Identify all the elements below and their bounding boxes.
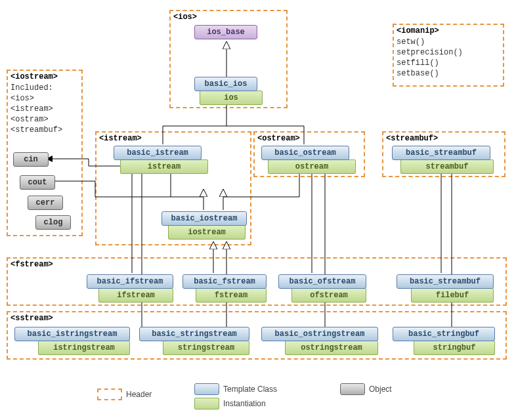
class-basic-stringbuf: basic_stringbuf <box>393 327 495 341</box>
inst-iostream: iostream <box>168 225 246 240</box>
inst-stringstream: stringstream <box>163 341 249 355</box>
iomanip-functions: setw() setprecision() setfill() setbase(… <box>397 37 463 79</box>
inst-ifstream: ifstream <box>98 288 173 303</box>
inst-ofstream: ofstream <box>291 288 366 303</box>
class-basic-fstream: basic_fstream <box>183 274 267 289</box>
class-basic-istream: basic_istream <box>114 146 202 160</box>
class-basic-ofstream: basic_ofstream <box>278 274 366 289</box>
inst-istream: istream <box>120 159 208 174</box>
legend-header: Header <box>97 388 152 400</box>
legend-label: Template Class <box>223 385 277 394</box>
legend-object: Object <box>340 383 392 395</box>
header-title: <fstream> <box>11 260 53 269</box>
class-basic-ios: basic_ios <box>194 77 257 91</box>
class-basic-istringstream: basic_istringstream <box>14 327 130 341</box>
class-basic-ostringstream: basic_ostringstream <box>261 327 378 341</box>
header-title: <iomanip> <box>397 26 439 35</box>
inst-stringbuf: stringbuf <box>414 341 495 355</box>
class-basic-ostream: basic_ostream <box>261 146 349 160</box>
header-title: <streambuf> <box>386 134 438 143</box>
class-basic-stringstream: basic_stringstream <box>139 327 249 341</box>
legend-label: Instantiation <box>223 399 266 408</box>
inst-ios: ios <box>200 91 263 105</box>
header-title: <ostream> <box>257 134 300 143</box>
object-cin: cin <box>13 152 49 167</box>
class-basic-filebuf: basic_streambuf <box>397 274 494 289</box>
inst-streambuf: streambuf <box>400 159 494 174</box>
inst-ostringstream: ostringstream <box>285 341 378 355</box>
class-ios-base: ios_base <box>194 25 257 39</box>
class-basic-streambuf: basic_streambuf <box>392 146 490 160</box>
inst-filebuf: filebuf <box>411 288 494 303</box>
class-basic-ifstream: basic_ifstream <box>87 274 173 289</box>
legend-label: Object <box>369 385 392 394</box>
legend-label: Header <box>126 390 152 399</box>
header-title: <ios> <box>173 12 197 22</box>
header-title: <istream> <box>99 134 142 143</box>
legend-instantiation: Instantiation <box>194 398 266 410</box>
header-title: <iostream> <box>11 72 58 81</box>
object-cout: cout <box>20 175 55 190</box>
legend-template-class: Template Class <box>194 383 277 395</box>
object-cerr: cerr <box>28 196 63 210</box>
header-title: <sstream> <box>11 314 53 323</box>
inst-ostream: ostream <box>268 159 356 174</box>
iostream-includes: Included: <ios> <istream> <ostram> <stre… <box>11 83 62 135</box>
inst-istringstream: istringstream <box>38 341 130 355</box>
object-clog: clog <box>35 215 71 230</box>
class-basic-iostream: basic_iostream <box>161 211 247 226</box>
inst-fstream: fstream <box>196 288 267 303</box>
header-iomanip: <iomanip> setw() setprecision() setfill(… <box>393 24 504 87</box>
